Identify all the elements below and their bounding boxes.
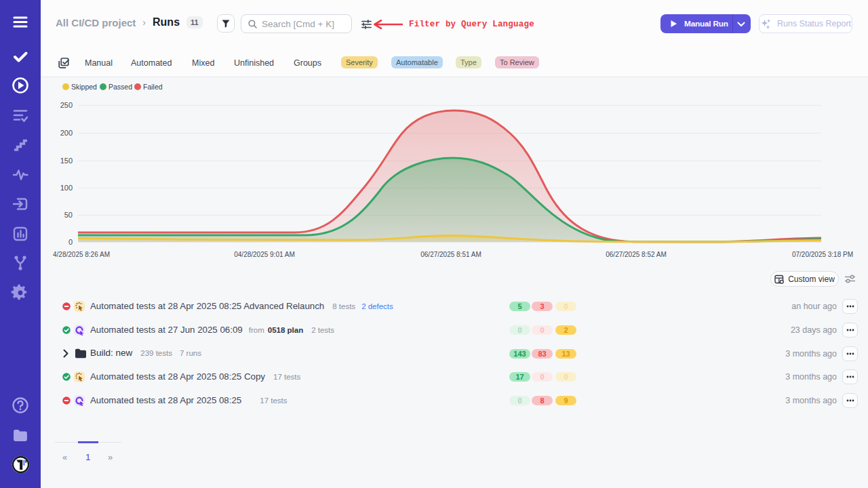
svg-text:Passed: Passed — [108, 83, 132, 91]
svg-text:4/28/2025 8:26 AM: 4/28/2025 8:26 AM — [53, 251, 110, 258]
svg-text:06/27/2025 8:51 AM: 06/27/2025 8:51 AM — [420, 251, 481, 258]
svg-text:04/28/2025 9:01 AM: 04/28/2025 9:01 AM — [234, 251, 295, 258]
svg-text:150: 150 — [60, 157, 73, 165]
svg-text:Failed: Failed — [143, 83, 163, 91]
svg-text:Skipped: Skipped — [71, 83, 97, 91]
svg-text:07/20/2025 3:18 PM: 07/20/2025 3:18 PM — [792, 251, 853, 258]
svg-text:100: 100 — [60, 184, 73, 192]
svg-text:0: 0 — [68, 238, 73, 246]
svg-text:200: 200 — [60, 129, 73, 137]
svg-text:06/27/2025 8:52 AM: 06/27/2025 8:52 AM — [606, 251, 667, 258]
svg-text:250: 250 — [60, 101, 73, 109]
svg-text:50: 50 — [64, 211, 73, 219]
